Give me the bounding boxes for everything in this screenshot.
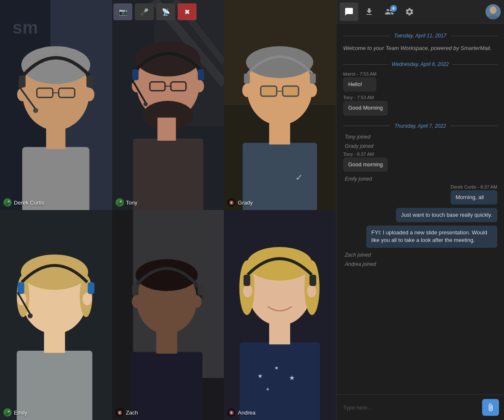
svg-rect-70 <box>156 332 177 354</box>
svg-rect-71 <box>132 285 138 295</box>
tab-download[interactable] <box>360 3 378 21</box>
mic-indicator-derek: 🎤 <box>3 198 12 207</box>
video-area: sm <box>0 0 336 420</box>
participant-label-derek: 🎤 Derek Curtis <box>3 198 44 207</box>
mic-indicator-emily: 🎤 <box>3 408 12 417</box>
tab-participants[interactable]: 6 <box>380 3 399 21</box>
svg-rect-28 <box>133 139 203 210</box>
svg-rect-86 <box>244 275 250 286</box>
svg-rect-46 <box>244 74 250 84</box>
toolbar-end-btn[interactable]: ✖ <box>178 3 197 20</box>
svg-text:★: ★ <box>274 365 279 371</box>
svg-rect-55 <box>17 351 92 420</box>
chat-header: 6 <box>336 0 504 24</box>
svg-point-60 <box>28 313 33 318</box>
participant-label-grady: 🔇 Grady <box>227 198 252 207</box>
date-text-2: Wednesday, April 6, 2022 <box>392 61 449 67</box>
date-divider-1: Tuesday, April 11, 2017 <box>343 33 497 39</box>
message-text-derek-3: FYI: I uploaded a new slide presentation… <box>366 226 497 247</box>
video-cell-tony: 🎤 Tony <box>112 0 224 210</box>
date-text-3: Thursday, April 7, 2022 <box>394 123 446 129</box>
video-toolbar: 📷 🎤 📡 ✖ <box>113 3 197 20</box>
svg-text:★: ★ <box>289 374 295 381</box>
svg-point-9 <box>84 88 94 101</box>
tab-chat[interactable] <box>340 3 358 21</box>
svg-rect-11 <box>46 126 66 149</box>
toolbar-mic-btn[interactable]: 🎤 <box>135 3 154 20</box>
message-derek-2: Just want to touch base really quickly. <box>396 208 497 222</box>
svg-point-37 <box>246 46 313 78</box>
svg-point-33 <box>143 102 147 106</box>
svg-rect-56 <box>44 332 65 353</box>
svg-point-78 <box>243 285 252 297</box>
message-sender-tony-1: Tony - 7:53 AM <box>343 95 388 100</box>
svg-point-68 <box>192 295 201 308</box>
divider-line <box>453 64 497 65</box>
svg-point-79 <box>307 285 316 297</box>
svg-rect-12 <box>19 76 26 87</box>
message-tony-1: Tony - 7:53 AM Good Morning <box>343 95 388 115</box>
message-derek-1: Derek Curtis - 8:37 AM Morning, all <box>451 184 497 205</box>
divider-line <box>343 126 390 126</box>
toolbar-share-btn[interactable]: 📡 <box>156 3 175 20</box>
system-zach-joined: Zach joined <box>343 252 497 258</box>
svg-point-67 <box>131 295 141 308</box>
attach-button[interactable] <box>482 399 499 416</box>
divider-line <box>343 64 388 65</box>
message-derek-3: FYI: I uploaded a new slide presentation… <box>366 226 497 247</box>
svg-rect-87 <box>310 275 316 286</box>
svg-rect-47 <box>310 74 316 84</box>
svg-rect-57 <box>18 282 24 294</box>
chat-input-area <box>336 394 504 420</box>
svg-point-27 <box>194 80 204 92</box>
svg-rect-69 <box>131 352 202 420</box>
svg-point-21 <box>135 41 200 76</box>
video-cell-andrea: ★ ★ ★ ★ 🔇 Andrea <box>224 210 336 420</box>
svg-point-75 <box>247 247 312 281</box>
video-cell-zach: 🔇 Zach <box>112 210 224 420</box>
svg-point-15 <box>33 108 38 113</box>
svg-point-50 <box>21 255 88 290</box>
svg-point-42 <box>308 84 317 97</box>
toolbar-camera-btn[interactable]: 📷 <box>113 3 132 20</box>
message-text-derek-2: Just want to touch base really quickly. <box>396 208 497 222</box>
svg-point-41 <box>242 84 252 97</box>
svg-rect-45 <box>269 123 290 144</box>
message-kkerst: kkerst - 7:53 AM Hello! <box>343 71 376 92</box>
tab-settings[interactable] <box>400 3 419 21</box>
participant-label-zach: 🔇 Zach <box>116 408 138 417</box>
svg-text:★: ★ <box>257 373 263 379</box>
divider-line <box>343 36 390 36</box>
chat-input[interactable] <box>341 402 482 413</box>
participant-label-andrea: 🔇 Andrea <box>227 408 255 417</box>
message-sender-tony-2: Tony - 8:37 AM <box>343 152 388 157</box>
svg-rect-30 <box>132 69 138 80</box>
svg-rect-85 <box>269 323 290 344</box>
system-tony-joined: Tony joined <box>343 134 497 140</box>
mic-indicator-tony: 🎤 <box>116 198 124 207</box>
chat-header-tabs: 6 <box>340 3 419 21</box>
svg-rect-13 <box>87 76 93 87</box>
message-text-kkerst: Hello! <box>343 77 376 92</box>
svg-point-54 <box>83 293 92 305</box>
svg-rect-58 <box>88 282 94 294</box>
message-text-tony-1: Good Morning <box>343 101 388 115</box>
message-sender-derek-1: Derek Curtis - 8:37 AM <box>451 184 497 189</box>
svg-rect-31 <box>197 69 204 80</box>
chat-messages: Tuesday, April 11, 2017 Welcome to your … <box>336 24 504 394</box>
svg-rect-72 <box>197 285 204 295</box>
video-cell-grady: ✓ 🔇 Grady <box>224 0 336 210</box>
message-sender-kkerst: kkerst - 7:53 AM <box>343 71 376 76</box>
date-divider-2: Wednesday, April 6, 2022 <box>343 61 497 67</box>
mic-indicator-grady: 🔇 <box>227 198 236 207</box>
participants-badge: 6 <box>390 5 397 12</box>
system-emily-joined: Emily joined <box>343 176 497 182</box>
date-divider-3: Thursday, April 7, 2022 <box>343 123 497 129</box>
svg-point-89 <box>490 6 496 14</box>
svg-rect-39 <box>283 86 299 96</box>
divider-line <box>451 36 497 36</box>
mic-indicator-zach: 🔇 <box>116 408 124 417</box>
participant-label-tony: 🎤 Tony <box>116 198 137 207</box>
participant-label-emily: 🎤 Emily <box>3 408 27 417</box>
divider-line <box>450 126 497 126</box>
